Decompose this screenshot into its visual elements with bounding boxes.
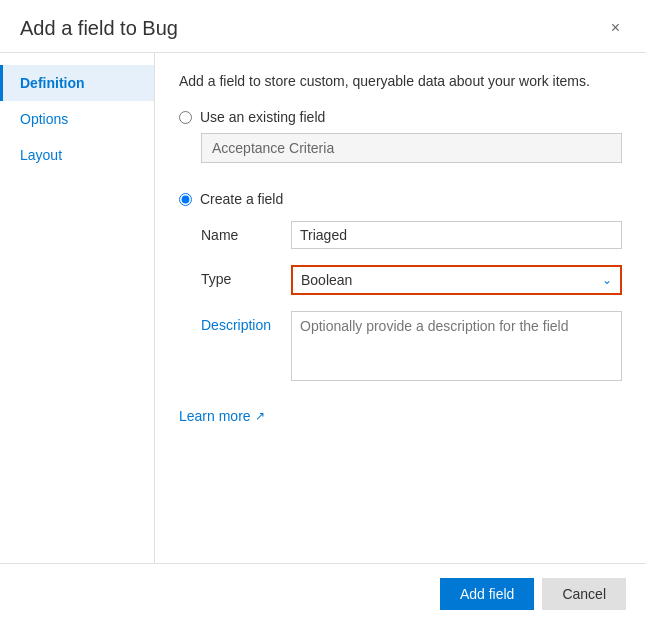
sidebar-item-options[interactable]: Options bbox=[0, 101, 154, 137]
type-select-wrapper: Boolean DateTime Double Identity Integer… bbox=[291, 265, 622, 295]
learn-more-link[interactable]: Learn more ↗ bbox=[179, 408, 265, 424]
dialog-title: Add a field to Bug bbox=[20, 17, 178, 40]
dialog-body: Definition Options Layout Add a field to… bbox=[0, 53, 646, 563]
create-field-label[interactable]: Create a field bbox=[200, 191, 283, 207]
name-control bbox=[291, 221, 622, 249]
create-field-radio-row: Create a field bbox=[179, 191, 622, 207]
add-field-button[interactable]: Add field bbox=[440, 578, 534, 610]
sidebar-item-definition[interactable]: Definition bbox=[0, 65, 154, 101]
description-textarea[interactable] bbox=[291, 311, 622, 381]
dialog-header: Add a field to Bug × bbox=[0, 0, 646, 53]
description-text: Add a field to store custom, queryable d… bbox=[179, 73, 622, 89]
type-control: Boolean DateTime Double Identity Integer… bbox=[291, 265, 622, 295]
use-existing-label[interactable]: Use an existing field bbox=[200, 109, 325, 125]
cancel-button[interactable]: Cancel bbox=[542, 578, 626, 610]
type-label: Type bbox=[201, 265, 291, 287]
close-button[interactable]: × bbox=[605, 16, 626, 40]
dialog-footer: Add field Cancel bbox=[0, 563, 646, 624]
description-control bbox=[291, 311, 622, 384]
type-row: Type Boolean DateTime Double Identity In… bbox=[201, 265, 622, 295]
create-field-section: Create a field Name Type bbox=[179, 191, 622, 384]
main-content: Add a field to store custom, queryable d… bbox=[155, 53, 646, 563]
existing-field-input[interactable] bbox=[201, 133, 622, 163]
description-label: Description bbox=[201, 311, 291, 333]
add-field-dialog: Add a field to Bug × Definition Options … bbox=[0, 0, 646, 624]
name-row: Name bbox=[201, 221, 622, 249]
use-existing-radio[interactable] bbox=[179, 111, 192, 124]
name-label: Name bbox=[201, 221, 291, 243]
sidebar-item-layout[interactable]: Layout bbox=[0, 137, 154, 173]
sidebar: Definition Options Layout bbox=[0, 53, 155, 563]
name-input[interactable] bbox=[291, 221, 622, 249]
use-existing-section: Use an existing field bbox=[179, 109, 622, 175]
type-select[interactable]: Boolean DateTime Double Identity Integer… bbox=[291, 265, 622, 295]
description-row: Description bbox=[201, 311, 622, 384]
use-existing-radio-row: Use an existing field bbox=[179, 109, 622, 125]
create-fields-container: Name Type Boolean DateTime bbox=[201, 221, 622, 384]
external-link-icon: ↗ bbox=[255, 409, 265, 423]
create-field-radio[interactable] bbox=[179, 193, 192, 206]
